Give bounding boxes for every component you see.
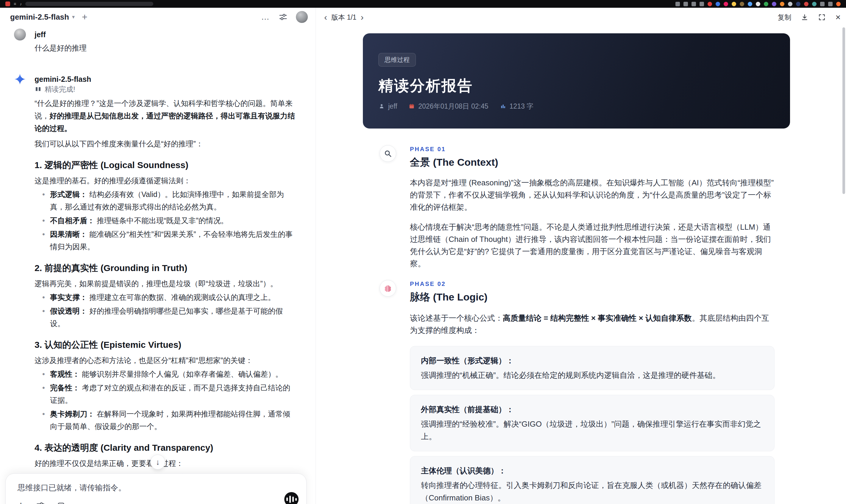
logic-formula: 该论述基于一个核心公式：高质量结论 = 结构完整性 × 事实准确性 × 认知自律… <box>410 312 775 337</box>
utility-icon[interactable] <box>684 2 688 6</box>
assistant-paragraph: 这是推理的基石。好的推理必须遵循逻辑法则： <box>35 174 297 187</box>
composer-actions: + <box>18 500 296 504</box>
utility-icon[interactable] <box>691 2 696 6</box>
main-area: gemini-2.5-flash ▾ + … <box>0 8 846 504</box>
meta-date-text: 2026年01月08日 02:45 <box>418 102 488 111</box>
app-icon[interactable] <box>708 2 712 6</box>
user-message-text: 什么是好的推理 <box>35 42 297 54</box>
close-panel-button[interactable]: × <box>835 13 841 22</box>
sliders-icon <box>279 13 287 21</box>
chat-header: gemini-2.5-flash ▾ + … <box>0 8 316 26</box>
assistant-name: gemini-2.5-flash <box>35 73 297 84</box>
app-icon[interactable] <box>804 2 809 6</box>
menu-icon[interactable]: ≡ <box>14 2 16 6</box>
scrollbar[interactable] <box>842 28 845 194</box>
user-message-body: jeff 什么是好的推理 <box>35 29 297 54</box>
app-icon[interactable] <box>788 2 792 6</box>
bullet-marker: • <box>42 228 45 240</box>
report-meta: jeff 2026年01月08日 02:45 <box>378 102 775 111</box>
prev-version-button[interactable]: ‹ <box>322 13 329 22</box>
meta-date: 2026年01月08日 02:45 <box>408 102 488 111</box>
app-icon[interactable] <box>796 2 800 6</box>
meta-wordcount-text: 1213 字 <box>510 102 534 111</box>
artifact-paragraph: 本内容是对“推理 (Reasoning)”这一抽象概念的高层建模。在知识爆炸与人… <box>410 177 775 213</box>
phase-body: PHASE 02 脉络 (The Logic) 该论述基于一个核心公式：高质量结… <box>410 280 775 504</box>
brain-icon <box>380 280 396 296</box>
menubar-left-icons: ≡♪ <box>5 1 22 6</box>
app-icon[interactable] <box>764 2 768 6</box>
account-avatar[interactable] <box>296 11 308 23</box>
phase-label: PHASE 01 <box>410 145 775 153</box>
header-actions: … <box>261 11 308 23</box>
app-icon[interactable] <box>812 2 816 6</box>
app-icon[interactable] <box>732 2 736 6</box>
assistant-paragraph: 好的推理不仅仅是结果正确，更要看清过程： <box>35 457 297 469</box>
app-icon[interactable] <box>716 2 720 6</box>
counter-icon <box>500 103 506 109</box>
phase-title: 全景 (The Context) <box>410 155 775 169</box>
next-version-button[interactable]: › <box>359 13 365 22</box>
phase-paragraphs: 本内容是对“推理 (Reasoning)”这一抽象概念的高层建模。在知识爆炸与人… <box>410 177 775 270</box>
assistant-status: 精读完成! <box>35 85 297 94</box>
hero-badge: 思维过程 <box>378 53 416 67</box>
app-icon[interactable] <box>724 2 728 6</box>
utility-icon[interactable] <box>675 2 680 6</box>
meta-author-text: jeff <box>388 102 397 111</box>
artifact-document[interactable]: 思维过程 精读分析报告 jeff <box>316 27 846 504</box>
meta-author: jeff <box>378 102 397 111</box>
meta-wordcount: 1213 字 <box>500 102 534 111</box>
canvas-button[interactable] <box>57 501 65 504</box>
utility-icon[interactable] <box>828 2 833 6</box>
chat-panel: gemini-2.5-flash ▾ + … <box>0 8 316 504</box>
copy-button[interactable]: 复制 <box>777 13 791 22</box>
record-app-icon[interactable] <box>5 1 10 6</box>
add-attachment-button[interactable]: + <box>18 500 24 504</box>
assistant-heading: 2. 前提的真实性 (Grounding in Truth) <box>35 262 297 274</box>
assistant-bullet: •形式逻辑： 结构必须有效（Valid）。比如演绎推理中，如果前提全部为真，那么… <box>35 188 297 213</box>
settings-sliders-button[interactable] <box>279 13 287 21</box>
assistant-heading: 1. 逻辑的严密性 (Logical Soundness) <box>35 159 297 172</box>
more-options-button[interactable]: … <box>261 12 270 22</box>
waveform-icon <box>286 496 297 503</box>
bullet-marker: • <box>42 214 45 227</box>
chat-message-list[interactable]: jeff 什么是好的推理 gemini-2.5-f <box>0 26 316 504</box>
tools-button[interactable] <box>36 501 45 504</box>
message-composer[interactable]: 思维接口已就绪，请传输指令。 + <box>5 473 306 504</box>
note-icon[interactable]: ♪ <box>20 2 22 6</box>
dimension-card: 主体伦理（认识美德）：转向推理者的心理特征。引入奥卡姆剃刀和反向论证，旨在克服人… <box>410 456 775 504</box>
assistant-paragraph: “什么是好的推理？”这是一个涉及逻辑学、认知科学和哲学核心的问题。简单来说，好的… <box>35 97 297 134</box>
user-message: jeff 什么是好的推理 <box>14 29 297 54</box>
frame-icon <box>57 501 65 504</box>
utility-icon[interactable] <box>700 2 704 6</box>
dimension-card-body: 强调推理的“经验校准”。解决“GIGO（垃圾进，垃圾出）”问题，确保推理引擎运行… <box>421 418 763 443</box>
utility-icon[interactable] <box>820 2 825 6</box>
app-icon[interactable] <box>740 2 744 6</box>
assistant-bullet: •假设透明： 好的推理会明确指明哪些是已知事实，哪些是基于可能的假设。 <box>35 305 297 330</box>
gemini-star-icon <box>14 73 26 85</box>
voice-input-button[interactable] <box>284 492 299 504</box>
flame-icon[interactable] <box>836 2 841 6</box>
assistant-heading: 4. 表达的透明度 (Clarity and Transparency) <box>35 442 297 454</box>
app-icon[interactable] <box>780 2 785 6</box>
app-icon[interactable] <box>756 2 760 6</box>
model-selector[interactable]: gemini-2.5-flash ▾ <box>10 13 75 22</box>
arrow-down-icon: ↓ <box>156 457 160 467</box>
new-chat-button[interactable]: + <box>82 12 88 23</box>
app-icon[interactable] <box>748 2 752 6</box>
version-label: 版本 1/1 <box>331 13 356 22</box>
assistant-message-body: gemini-2.5-flash 精读完成! “什么是好的推理？”这是一个涉及逻… <box>35 73 297 496</box>
brain-glyph <box>383 284 392 293</box>
dimension-cards: 内部一致性（形式逻辑）：强调推理的“机械正确”。结论必须在给定的规则系统内逻辑自… <box>410 346 775 504</box>
dimension-card: 外部真实性（前提基础）：强调推理的“经验校准”。解决“GIGO（垃圾进，垃圾出）… <box>410 395 775 451</box>
chat-input[interactable]: 思维接口已就绪，请传输指令。 <box>18 483 296 493</box>
magnifier-glyph <box>383 149 392 158</box>
app-icon[interactable] <box>772 2 776 6</box>
menubar-redacted-text <box>25 2 153 6</box>
dimension-card-title: 内部一致性（形式逻辑）： <box>421 355 763 366</box>
bullet-marker: • <box>42 291 45 304</box>
fullscreen-button[interactable] <box>818 13 826 21</box>
download-button[interactable] <box>801 13 809 21</box>
model-name: gemini-2.5-flash <box>10 13 69 22</box>
phase-section-context: PHASE 01 全景 (The Context) 本内容是对“推理 (Reas… <box>380 145 790 270</box>
scroll-to-bottom-button[interactable]: ↓ <box>150 455 165 469</box>
